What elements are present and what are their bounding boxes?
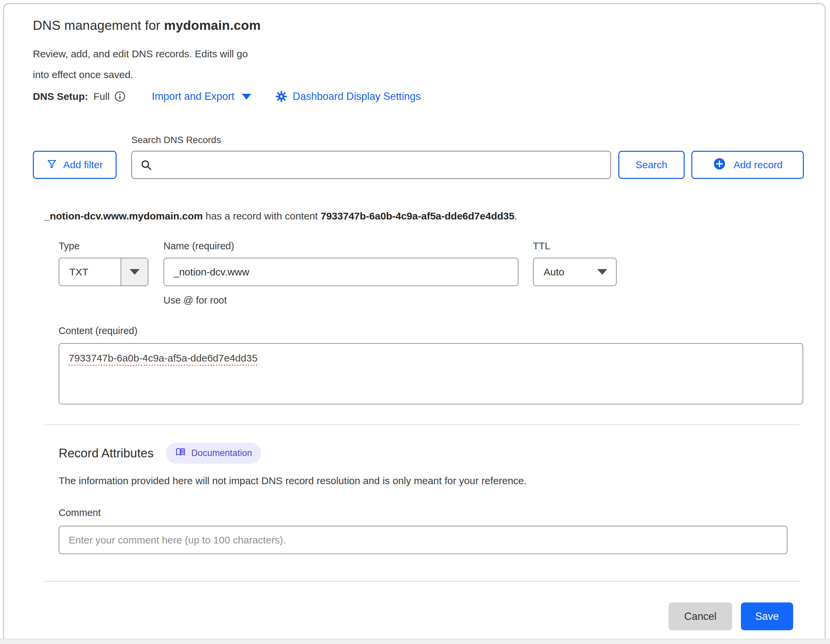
gear-icon xyxy=(275,90,287,103)
ttl-select[interactable]: Auto xyxy=(533,258,617,286)
type-label: Type xyxy=(59,241,148,252)
page-title-prefix: DNS management for xyxy=(33,18,164,32)
page-title: DNS management for mydomain.com xyxy=(33,18,804,33)
page-title-domain: mydomain.com xyxy=(164,18,261,32)
type-select-value: TXT xyxy=(69,266,89,278)
content-label: Content (required) xyxy=(59,325,804,336)
type-select-arrow xyxy=(120,259,148,286)
page-subtitle: Review, add, and edit DNS records. Edits… xyxy=(33,44,804,85)
search-block: Search DNS Records Add filter xyxy=(33,135,804,179)
name-hint: Use @ for root xyxy=(163,295,518,306)
import-export-link[interactable]: Import and Export xyxy=(152,90,251,103)
dns-setup-row: DNS Setup: Full Import and Export xyxy=(33,90,804,103)
add-filter-button[interactable]: Add filter xyxy=(33,151,117,179)
notice-record-name: _notion-dcv.www.mydomain.com xyxy=(44,211,203,222)
funnel-icon xyxy=(47,159,57,171)
section-divider xyxy=(44,425,800,425)
type-select[interactable]: TXT xyxy=(59,258,148,286)
record-attributes-description: The information provided here will not i… xyxy=(59,475,804,487)
ttl-select-value: Auto xyxy=(543,266,564,278)
dns-setup-label: DNS Setup: xyxy=(33,91,88,102)
dns-setup-value: Full xyxy=(93,91,109,102)
search-input-wrapper xyxy=(131,151,611,179)
search-input[interactable] xyxy=(131,151,611,179)
name-input[interactable] xyxy=(163,258,518,286)
search-records-label: Search DNS Records xyxy=(131,135,804,146)
info-circle-icon[interactable] xyxy=(114,91,126,102)
dns-management-panel: DNS management for mydomain.com Review, … xyxy=(3,3,826,644)
comment-input[interactable] xyxy=(59,526,787,554)
open-book-icon xyxy=(175,447,186,460)
name-label: Name (required) xyxy=(163,241,518,252)
record-edit-form: Type TXT Name (required) Use @ for root … xyxy=(59,241,804,404)
ttl-label: TTL xyxy=(533,241,617,252)
notice-record-content: 7933747b-6a0b-4c9a-af5a-dde6d7e4dd35 xyxy=(320,211,515,222)
documentation-link[interactable]: Documentation xyxy=(166,443,261,464)
chevron-down-icon xyxy=(130,269,140,275)
search-icon xyxy=(140,159,153,173)
comment-label: Comment xyxy=(59,507,804,518)
chevron-down-icon xyxy=(597,269,607,275)
footer-divider xyxy=(44,581,800,582)
plus-circle-icon xyxy=(713,157,726,173)
content-value: 7933747b-6a0b-4c9a-af5a-dde6d7e4dd35 xyxy=(69,352,258,366)
cancel-button[interactable]: Cancel xyxy=(668,603,732,630)
content-textarea[interactable]: 7933747b-6a0b-4c9a-af5a-dde6d7e4dd35 xyxy=(59,343,803,404)
record-notice: _notion-dcv.www.mydomain.com has a recor… xyxy=(44,211,804,222)
bottom-strip xyxy=(0,639,830,644)
footer-actions: Cancel Save xyxy=(33,603,804,630)
dashboard-display-settings-link[interactable]: Dashboard Display Settings xyxy=(275,90,421,103)
add-record-button[interactable]: Add record xyxy=(691,151,804,179)
record-attributes-section: Record Attributes Documentation The xyxy=(59,443,804,554)
search-button[interactable]: Search xyxy=(618,151,684,179)
chevron-down-icon xyxy=(242,94,251,100)
record-attributes-heading: Record Attributes xyxy=(59,446,154,460)
save-button[interactable]: Save xyxy=(741,603,793,630)
